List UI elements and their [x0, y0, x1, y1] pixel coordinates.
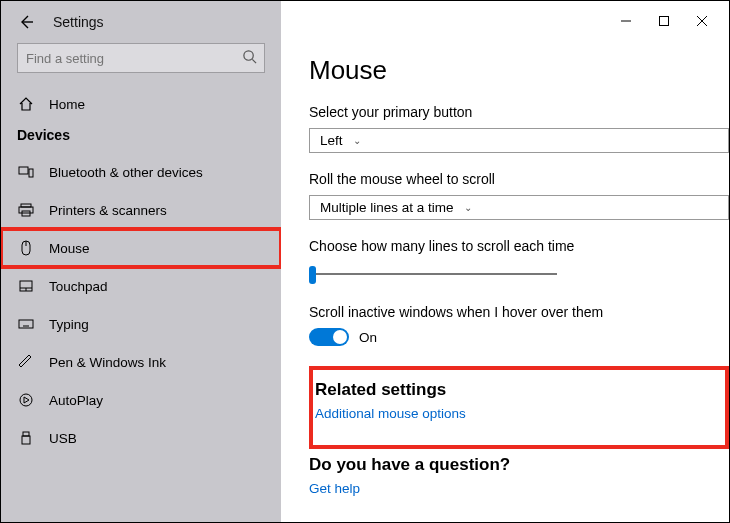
svg-rect-22 [660, 17, 669, 26]
pen-icon [17, 353, 35, 371]
search-icon [242, 49, 257, 64]
svg-rect-20 [22, 436, 30, 444]
primary-button-dropdown[interactable]: Left ⌄ [309, 128, 729, 153]
touchpad-icon [17, 277, 35, 295]
sidebar-item-label: AutoPlay [49, 393, 103, 408]
devices-icon [17, 163, 35, 181]
sidebar-item-label: Home [49, 97, 85, 112]
chevron-down-icon: ⌄ [464, 202, 472, 213]
sidebar-item-autoplay[interactable]: AutoPlay [1, 381, 281, 419]
inactive-label: Scroll inactive windows when I hover ove… [309, 304, 729, 320]
minimize-button[interactable] [607, 9, 645, 33]
svg-rect-13 [19, 320, 33, 328]
autoplay-icon [17, 391, 35, 409]
home-icon [17, 95, 35, 113]
lines-slider[interactable] [309, 262, 557, 286]
main-content: Mouse Select your primary button Left ⌄ … [281, 1, 729, 522]
primary-button-label: Select your primary button [309, 104, 729, 120]
svg-point-18 [20, 394, 32, 406]
chevron-down-icon: ⌄ [353, 135, 361, 146]
sidebar-item-pen[interactable]: Pen & Windows Ink [1, 343, 281, 381]
svg-rect-6 [19, 207, 33, 213]
sidebar-item-label: USB [49, 431, 77, 446]
related-settings-heading: Related settings [315, 380, 466, 400]
wheel-dropdown[interactable]: Multiple lines at a time ⌄ [309, 195, 729, 220]
sidebar-item-label: Pen & Windows Ink [49, 355, 166, 370]
mouse-icon [17, 239, 35, 257]
get-help-link[interactable]: Get help [309, 481, 729, 496]
keyboard-icon [17, 315, 35, 333]
inactive-toggle[interactable] [309, 328, 349, 346]
search-input[interactable] [17, 43, 265, 73]
toggle-knob [333, 330, 347, 344]
sidebar-item-label: Bluetooth & other devices [49, 165, 203, 180]
question-heading: Do you have a question? [309, 455, 729, 475]
slider-track [309, 273, 557, 275]
sidebar-item-printers[interactable]: Printers & scanners [1, 191, 281, 229]
sidebar-item-usb[interactable]: USB [1, 419, 281, 457]
svg-rect-4 [29, 169, 33, 177]
toggle-state-label: On [359, 330, 377, 345]
printer-icon [17, 201, 35, 219]
sidebar-item-label: Mouse [49, 241, 90, 256]
svg-line-2 [252, 59, 256, 63]
sidebar-item-home[interactable]: Home [1, 85, 281, 123]
sidebar-item-label: Typing [49, 317, 89, 332]
additional-mouse-options-link[interactable]: Additional mouse options [315, 406, 466, 421]
sidebar-item-label: Touchpad [49, 279, 108, 294]
maximize-button[interactable] [645, 9, 683, 33]
sidebar-item-label: Printers & scanners [49, 203, 167, 218]
dropdown-value: Multiple lines at a time [320, 200, 454, 215]
page-title: Mouse [309, 55, 729, 86]
svg-rect-19 [23, 432, 29, 436]
svg-point-1 [244, 51, 253, 60]
related-settings-highlight: Related settings Additional mouse option… [309, 366, 729, 449]
back-arrow-icon[interactable] [17, 13, 35, 31]
app-title: Settings [53, 14, 104, 30]
svg-rect-3 [19, 167, 28, 174]
sidebar-item-touchpad[interactable]: Touchpad [1, 267, 281, 305]
sidebar-item-typing[interactable]: Typing [1, 305, 281, 343]
wheel-label: Roll the mouse wheel to scroll [309, 171, 729, 187]
sidebar-item-mouse[interactable]: Mouse [1, 229, 281, 267]
category-heading: Devices [1, 123, 281, 153]
slider-thumb[interactable] [309, 266, 316, 284]
lines-label: Choose how many lines to scroll each tim… [309, 238, 729, 254]
sidebar: Settings Home Devices Bluetooth & other … [1, 1, 281, 522]
usb-icon [17, 429, 35, 447]
sidebar-item-bluetooth[interactable]: Bluetooth & other devices [1, 153, 281, 191]
dropdown-value: Left [320, 133, 343, 148]
close-button[interactable] [683, 9, 721, 33]
